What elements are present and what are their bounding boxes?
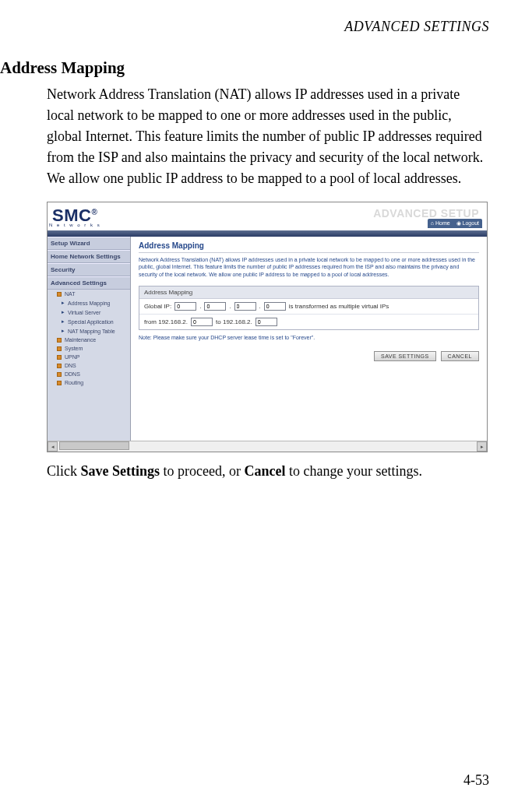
from-input[interactable] xyxy=(191,318,213,326)
arrow-icon: ▸ xyxy=(62,328,65,334)
sidebar-virtual-server[interactable]: ▸Virtual Server xyxy=(48,308,130,317)
sidebar-security[interactable]: Security xyxy=(48,263,130,276)
home-icon[interactable]: ⌂ Home xyxy=(431,220,450,227)
banner-title: ADVANCED SETUP xyxy=(373,207,479,220)
top-nav: ⌂ Home ◉ Logout xyxy=(428,219,482,228)
router-ui-screenshot: SMC® N e t w o r k s ADVANCED SETUP ⌂ Ho… xyxy=(47,202,488,452)
page-number: 4-53 xyxy=(463,772,489,789)
arrow-icon: ▸ xyxy=(62,318,65,325)
content-title: Address Mapping xyxy=(139,241,479,253)
scroll-right-button[interactable]: ▸ xyxy=(477,441,487,452)
dhcp-note: Note: Please make sure your DHCP server … xyxy=(139,335,479,340)
global-ip-label: Global IP: xyxy=(144,303,171,310)
sidebar-ddns[interactable]: DDNS xyxy=(48,370,130,378)
save-settings-button[interactable]: SAVE SETTINGS xyxy=(374,351,436,361)
sidebar-maintenance[interactable]: Maintenance xyxy=(48,336,130,344)
sidebar-dns[interactable]: DNS xyxy=(48,361,130,370)
bullet-icon xyxy=(57,381,62,385)
scroll-left-button[interactable]: ◂ xyxy=(48,441,58,452)
arrow-icon: ▸ xyxy=(62,300,65,306)
brand-subtext: N e t w o r k s xyxy=(49,223,101,227)
sidebar-upnp[interactable]: UPNP xyxy=(48,353,130,361)
to-label: to 192.168.2. xyxy=(216,318,252,325)
global-ip-c-input[interactable] xyxy=(234,302,256,311)
bullet-icon xyxy=(57,346,62,351)
cancel-button[interactable]: CANCEL xyxy=(441,351,479,361)
sidebar-setup-wizard[interactable]: Setup Wizard xyxy=(48,237,130,250)
arrow-icon: ▸ xyxy=(62,309,65,315)
sidebar-routing[interactable]: Routing xyxy=(48,378,130,387)
section-paragraph: Network Address Translation (NAT) allows… xyxy=(47,84,489,189)
bullet-icon xyxy=(57,364,62,368)
page-header: ADVANCED SETTINGS xyxy=(0,19,489,35)
bullet-icon xyxy=(57,338,62,343)
sidebar-advanced[interactable]: Advanced Settings xyxy=(48,276,130,290)
global-ip-a-input[interactable] xyxy=(174,302,196,311)
content-pane: Address Mapping Network Address Translat… xyxy=(131,237,487,441)
sidebar-nat-mapping-table[interactable]: ▸NAT Mapping Table xyxy=(48,326,130,336)
bullet-icon xyxy=(57,292,62,297)
sidebar-system[interactable]: System xyxy=(48,344,130,353)
scroll-thumb[interactable] xyxy=(59,441,129,450)
header-bar: ⌂ Home ◉ Logout xyxy=(48,230,487,237)
sidebar-home-network[interactable]: Home Network Settings xyxy=(48,250,130,263)
bullet-icon xyxy=(57,372,62,377)
sidebar-special-app[interactable]: ▸Special Application xyxy=(48,317,130,326)
range-row: from 192.168.2. to 192.168.2. xyxy=(139,315,478,329)
bullet-icon xyxy=(57,355,62,360)
scroll-track[interactable] xyxy=(58,441,477,452)
from-label: from 192.168.2. xyxy=(144,318,188,325)
global-ip-tail: is transformed as multiple virtual IPs xyxy=(289,303,389,310)
global-ip-b-input[interactable] xyxy=(204,302,226,311)
horizontal-scrollbar[interactable]: ◂ ▸ xyxy=(48,441,487,452)
to-input[interactable] xyxy=(256,318,277,326)
global-ip-d-input[interactable] xyxy=(264,302,286,311)
section-title: Address Mapping xyxy=(0,58,495,78)
address-mapping-box: Address Mapping Global IP: . . . is tran… xyxy=(139,286,479,330)
sidebar-nat[interactable]: NAT xyxy=(48,290,130,298)
closing-instruction: Click Save Settings to proceed, or Cance… xyxy=(47,463,489,480)
box-heading: Address Mapping xyxy=(139,286,478,299)
global-ip-row: Global IP: . . . is transformed as multi… xyxy=(139,299,478,315)
logout-link[interactable]: ◉ Logout xyxy=(456,220,479,227)
content-description: Network Address Translation (NAT) allows… xyxy=(139,256,479,278)
logo-bar: SMC® N e t w o r k s ADVANCED SETUP xyxy=(48,202,487,230)
sidebar: Setup Wizard Home Network Settings Secur… xyxy=(48,237,131,441)
sidebar-address-mapping[interactable]: ▸Address Mapping xyxy=(48,298,130,308)
